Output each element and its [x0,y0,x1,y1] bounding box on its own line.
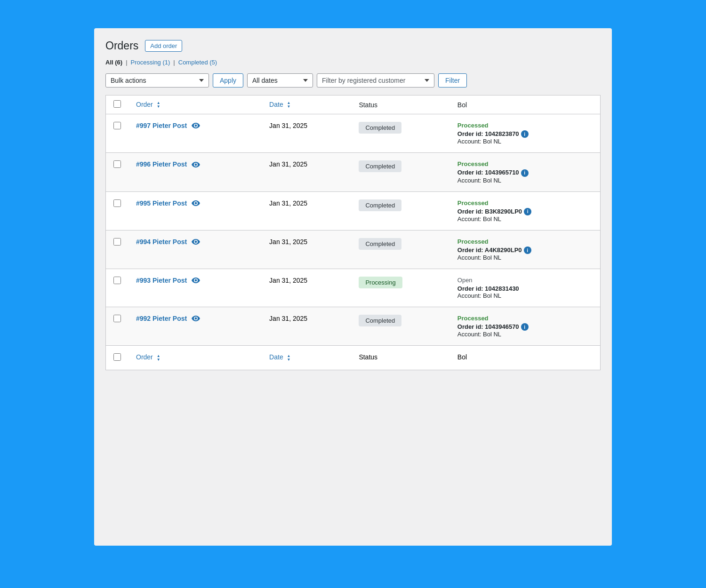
row-date-cell: Jan 31, 2025 [262,114,351,153]
filter-all[interactable]: All (6) [105,59,122,66]
eye-icon-996[interactable] [192,161,200,169]
sep2: | [173,59,175,66]
order-link-997[interactable]: #997 Pieter Post [136,122,187,129]
bol-status-994: Processed [457,238,593,245]
bol-status-996: Processed [457,160,593,167]
row-status-cell: Completed [351,191,449,230]
filter-completed[interactable]: Completed (5) [178,59,217,66]
info-icon[interactable]: i [521,130,529,138]
row-date-cell: Jan 31, 2025 [262,191,351,230]
bol-orderid-996: Order id: 1043965710i [457,168,593,176]
footer-order[interactable]: Order ▲▼ [128,346,262,370]
info-icon[interactable]: i [524,246,531,254]
row-checkbox-994[interactable] [113,238,121,246]
row-date-cell: Jan 31, 2025 [262,307,351,346]
eye-icon-995[interactable] [192,200,200,207]
row-order-cell: #996 Pieter Post [128,153,262,191]
header-status: Status [351,95,449,114]
bol-account-992: Account: Bol NL [457,331,593,338]
sep1: | [126,59,127,66]
info-icon[interactable]: i [521,169,529,177]
header-bol: Bol [450,95,601,114]
row-checkbox-995[interactable] [113,199,121,207]
footer-date-sort-arrows: ▲▼ [287,354,291,362]
bol-account-997: Account: Bol NL [457,138,593,145]
bol-orderid-994: Order id: A4K8290LP0i [457,246,593,254]
bol-status-993: Open [457,277,593,284]
order-link-996[interactable]: #996 Pieter Post [136,160,187,168]
bol-status-995: Processed [457,199,593,207]
bulk-actions-select[interactable]: Bulk actions [105,73,209,87]
filter-button[interactable]: Filter [438,73,467,87]
order-link-993[interactable]: #993 Pieter Post [136,277,187,284]
table-header-row: Order ▲▼ Date ▲▼ Status Bol [106,95,601,114]
header-order[interactable]: Order ▲▼ [128,95,262,114]
row-bol-cell: Open Order id: 1042831430 Account: Bol N… [450,269,601,307]
status-badge-995: Completed [359,199,401,211]
bol-orderid-997: Order id: 1042823870i [457,130,593,138]
row-checkbox-996[interactable] [113,160,121,168]
eye-icon-994[interactable] [192,238,200,246]
page-wrapper: Orders Add order All (6) | Processing (1… [0,0,706,588]
row-status-cell: Completed [351,230,449,269]
row-status-cell: Completed [351,307,449,346]
info-icon[interactable]: i [524,208,531,215]
table-row: #997 Pieter Post Jan 31, 2025 Completed … [106,114,601,153]
footer-checkbox-cell [106,346,129,370]
eye-icon-993[interactable] [192,277,200,285]
header-checkbox-cell [106,95,129,114]
row-checkbox-992[interactable] [113,315,121,322]
row-checkbox-cell [106,153,129,191]
row-checkbox-993[interactable] [113,277,121,284]
status-badge-993: Processing [359,277,402,288]
apply-button[interactable]: Apply [213,73,243,87]
row-checkbox-997[interactable] [113,122,121,129]
date-sort-arrows: ▲▼ [287,101,291,109]
row-order-cell: #992 Pieter Post [128,307,262,346]
table-row: #993 Pieter Post Jan 31, 2025 Processing… [106,269,601,307]
eye-icon-992[interactable] [192,315,200,323]
row-order-cell: #994 Pieter Post [128,230,262,269]
bol-orderid-995: Order id: B3K8290LP0i [457,207,593,215]
order-link-994[interactable]: #994 Pieter Post [136,238,187,246]
info-icon[interactable]: i [521,323,529,331]
footer-status: Status [351,346,449,370]
row-order-cell: #995 Pieter Post [128,191,262,230]
order-link-995[interactable]: #995 Pieter Post [136,199,187,207]
row-checkbox-cell [106,230,129,269]
row-bol-cell: Processed Order id: 1043946570i Account:… [450,307,601,346]
bol-orderid-993: Order id: 1042831430 [457,285,593,292]
status-badge-997: Completed [359,122,401,134]
row-status-cell: Completed [351,114,449,153]
row-date-cell: Jan 31, 2025 [262,230,351,269]
row-bol-cell: Processed Order id: A4K8290LP0i Account:… [450,230,601,269]
footer-date[interactable]: Date ▲▼ [262,346,351,370]
date-select[interactable]: All dates [247,73,313,87]
row-order-cell: #997 Pieter Post [128,114,262,153]
bol-account-995: Account: Bol NL [457,215,593,222]
eye-icon-997[interactable] [192,122,200,130]
footer-bol: Bol [450,346,601,370]
row-order-cell: #993 Pieter Post [128,269,262,307]
order-link-992[interactable]: #992 Pieter Post [136,315,187,322]
row-checkbox-cell [106,191,129,230]
bol-status-997: Processed [457,122,593,129]
add-order-button[interactable]: Add order [145,40,182,52]
select-all-checkbox[interactable] [113,100,121,108]
main-container: Orders Add order All (6) | Processing (1… [94,28,612,546]
page-header: Orders Add order [105,40,601,52]
filter-processing[interactable]: Processing (1) [131,59,170,66]
table-row: #992 Pieter Post Jan 31, 2025 Completed … [106,307,601,346]
header-date[interactable]: Date ▲▼ [262,95,351,114]
orders-tbody: #997 Pieter Post Jan 31, 2025 Completed … [106,114,601,346]
status-badge-996: Completed [359,160,401,172]
row-date-cell: Jan 31, 2025 [262,269,351,307]
bol-orderid-992: Order id: 1043946570i [457,323,593,331]
customer-filter-select[interactable]: Filter by registered customer [317,73,434,87]
table-footer-row: Order ▲▼ Date ▲▼ Status Bol [106,346,601,370]
bol-account-996: Account: Bol NL [457,177,593,184]
row-checkbox-cell [106,269,129,307]
bol-account-993: Account: Bol NL [457,292,593,299]
footer-select-all-checkbox[interactable] [113,353,121,361]
table-row: #996 Pieter Post Jan 31, 2025 Completed … [106,153,601,191]
